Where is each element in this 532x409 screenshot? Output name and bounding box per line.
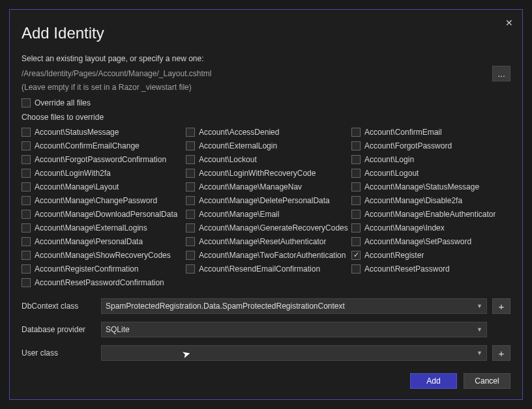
file-label: Account\Manage\Layout (35, 182, 119, 191)
file-label: Account\Manage\Email (199, 210, 279, 219)
file-checkbox[interactable] (351, 223, 361, 233)
file-item: Account\Manage\GenerateRecoveryCodes (186, 221, 351, 234)
dialog-title: Add Identity (22, 24, 510, 42)
file-item: Account\Manage\Email (186, 207, 351, 221)
file-label: Account\Manage\Index (364, 223, 445, 233)
add-userclass-button[interactable]: + (492, 345, 510, 361)
file-checkbox[interactable] (186, 223, 195, 233)
add-dbcontext-button[interactable]: + (492, 298, 510, 314)
file-label: Account\ConfirmEmail (364, 128, 442, 137)
file-label: Account\Manage\GenerateRecoveryCodes (199, 223, 348, 233)
file-label: Account\RegisterConfirmation (35, 264, 138, 274)
file-checkbox[interactable] (186, 251, 195, 260)
file-item: Account\Manage\ManageNav (186, 180, 351, 193)
dbcontext-label: DbContext class (22, 302, 96, 311)
file-label: Account\ConfirmEmailChange (35, 141, 140, 150)
file-label: Account\StatusMessage (35, 128, 119, 137)
file-checkbox[interactable] (186, 237, 195, 246)
file-item: Account\ResetPasswordConfirmation (22, 275, 186, 289)
file-item: Account\Manage\ResetAuthenticator (186, 234, 351, 248)
file-item: Account\Manage\PersonalData (22, 234, 186, 248)
files-grid: Account\StatusMessageAccount\ConfirmEmai… (22, 125, 510, 289)
file-checkbox[interactable] (22, 155, 31, 164)
override-all-label: Override all files (35, 98, 91, 107)
file-item: Account\StatusMessage (22, 125, 186, 139)
file-item: Account\Manage\DownloadPersonalData (22, 207, 186, 221)
dbprovider-combo[interactable]: SQLite ▼ (101, 322, 487, 337)
file-checkbox[interactable] (22, 264, 31, 274)
file-checkbox[interactable] (22, 223, 31, 233)
dbcontext-combo[interactable]: SpamProtectedRegistration.Data.SpamProte… (101, 298, 487, 314)
dbprovider-label: Database provider (22, 325, 96, 334)
file-checkbox[interactable] (351, 196, 361, 205)
file-item: Account\ConfirmEmail (351, 125, 510, 139)
dbprovider-value: SQLite (106, 325, 130, 334)
browse-layout-button[interactable]: ... (492, 66, 510, 81)
file-checkbox[interactable] (22, 210, 31, 219)
file-item: Account\Manage\ChangePassword (22, 193, 186, 207)
chevron-down-icon: ▼ (477, 326, 482, 333)
file-checkbox[interactable] (22, 251, 31, 260)
file-checkbox[interactable] (186, 196, 195, 205)
file-item: Account\LoginWith2fa (22, 166, 186, 180)
add-button[interactable]: Add (410, 373, 457, 389)
file-checkbox[interactable] (351, 210, 361, 219)
file-checkbox[interactable] (22, 182, 31, 191)
close-icon[interactable]: ✕ (503, 15, 516, 31)
override-all-checkbox[interactable] (22, 98, 31, 107)
file-label: Account\Lockout (199, 155, 257, 164)
file-item: Account\Manage\Index (351, 221, 510, 234)
file-label: Account\ResetPassword (364, 264, 450, 274)
file-item: Account\ConfirmEmailChange (22, 139, 186, 152)
file-item: Account\Manage\Disable2fa (351, 193, 510, 207)
file-label: Account\Manage\SetPassword (364, 237, 471, 246)
file-checkbox[interactable] (22, 128, 31, 137)
file-item: Account\Lockout (186, 152, 351, 166)
file-checkbox[interactable] (351, 155, 361, 164)
file-item: Account\ForgotPasswordConfirmation (22, 152, 186, 166)
file-label: Account\Register (364, 251, 424, 260)
file-checkbox[interactable] (351, 141, 361, 150)
file-checkbox[interactable] (186, 182, 195, 191)
file-label: Account\ResetPasswordConfirmation (35, 278, 164, 287)
file-item: Account\Manage\ShowRecoveryCodes (22, 248, 186, 262)
file-label: Account\Logout (364, 169, 419, 178)
file-label: Account\Manage\ExternalLogins (35, 223, 147, 233)
file-item: Account\LoginWithRecoveryCode (186, 166, 351, 180)
file-checkbox[interactable] (351, 182, 361, 191)
file-checkbox[interactable] (186, 155, 195, 164)
file-checkbox[interactable] (186, 169, 195, 178)
file-checkbox[interactable] (351, 251, 361, 260)
file-checkbox[interactable] (186, 141, 195, 150)
file-checkbox[interactable] (186, 210, 195, 219)
file-label: Account\Manage\DeletePersonalData (199, 196, 330, 205)
add-identity-dialog: ✕ Add Identity Select an existing layout… (9, 9, 523, 400)
file-checkbox[interactable] (22, 141, 31, 150)
file-item: Account\Manage\DeletePersonalData (186, 193, 351, 207)
file-item: Account\Register (351, 248, 510, 262)
file-checkbox[interactable] (351, 169, 361, 178)
file-item: Account\ResetPassword (351, 262, 510, 275)
file-checkbox[interactable] (186, 264, 195, 274)
file-label: Account\ExternalLogin (199, 141, 277, 150)
layout-path-field[interactable]: /Areas/Identity/Pages/Account/Manage/_La… (22, 68, 487, 79)
file-item: Account\Login (351, 152, 510, 166)
file-label: Account\Manage\ShowRecoveryCodes (35, 251, 171, 260)
cancel-button[interactable]: Cancel (464, 373, 510, 389)
userclass-combo[interactable]: ▼ (101, 345, 487, 361)
file-checkbox[interactable] (22, 196, 31, 205)
file-checkbox[interactable] (351, 128, 361, 137)
file-label: Account\ForgotPasswordConfirmation (35, 155, 166, 164)
layout-hint: (Leave empty if it is set in a Razor _vi… (22, 83, 510, 92)
file-checkbox[interactable] (22, 169, 31, 178)
file-checkbox[interactable] (351, 237, 361, 246)
file-checkbox[interactable] (351, 264, 361, 274)
file-checkbox[interactable] (22, 278, 31, 287)
file-item: Account\Manage\StatusMessage (351, 180, 510, 193)
file-label: Account\Manage\ChangePassword (35, 196, 157, 205)
file-checkbox[interactable] (186, 128, 195, 137)
file-label: Account\AccessDenied (199, 128, 279, 137)
file-label: Account\Manage\EnableAuthenticator (364, 210, 495, 219)
file-item: Account\ResendEmailConfirmation (186, 262, 351, 275)
file-checkbox[interactable] (22, 237, 31, 246)
